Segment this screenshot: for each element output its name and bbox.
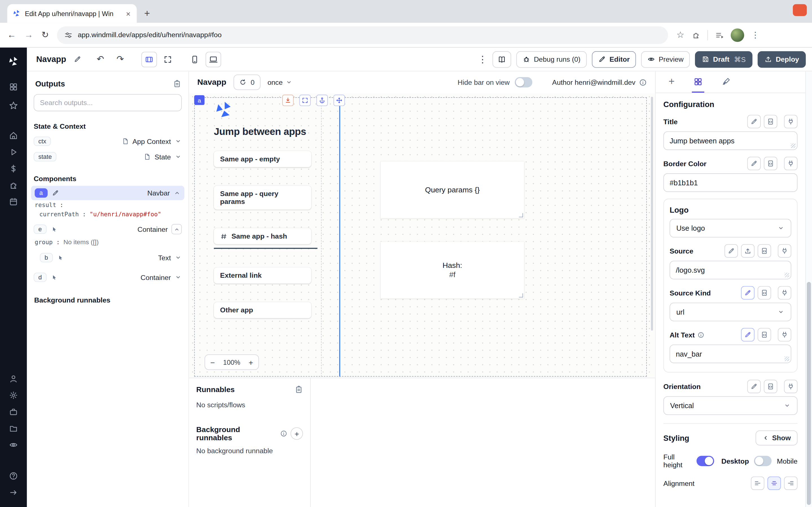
- profile-avatar[interactable]: [730, 28, 744, 42]
- canvas-scrollbar[interactable]: [651, 97, 653, 330]
- reload-icon[interactable]: ↻: [42, 30, 49, 41]
- help-icon[interactable]: [9, 471, 18, 481]
- full-height-toggle[interactable]: [696, 456, 714, 466]
- folders-icon[interactable]: [9, 424, 18, 433]
- chevron-up-icon[interactable]: [173, 189, 181, 196]
- windmill-logo[interactable]: [8, 56, 19, 67]
- use-logo-select[interactable]: Use logo: [670, 219, 792, 237]
- border-color-input[interactable]: [663, 173, 798, 192]
- connect-output-button[interactable]: [784, 115, 798, 128]
- info-icon[interactable]: [697, 331, 704, 338]
- edit-id-icon[interactable]: [52, 189, 59, 196]
- runs-icon[interactable]: [9, 147, 18, 157]
- connect-output-button[interactable]: [778, 286, 792, 300]
- audit-logs-icon[interactable]: [9, 440, 18, 450]
- hand-pointer-icon[interactable]: [50, 274, 57, 281]
- expand-component-button[interactable]: [299, 95, 311, 106]
- runnables-panel-icon[interactable]: [295, 385, 303, 393]
- editor-tab-button[interactable]: Editor: [592, 51, 636, 68]
- query-params-card[interactable]: Query params {}: [380, 161, 524, 218]
- rename-app-icon[interactable]: [73, 55, 81, 63]
- component-row-navbar[interactable]: a Navbar: [31, 186, 185, 200]
- desktop-view-toggle[interactable]: [206, 52, 221, 67]
- zoom-out-button[interactable]: −: [205, 358, 220, 367]
- settings-icon[interactable]: [9, 391, 18, 400]
- connect-output-button[interactable]: [784, 380, 798, 393]
- hand-pointer-icon[interactable]: [50, 226, 57, 233]
- component-row-container-e[interactable]: e Container: [27, 221, 189, 237]
- ctx-row[interactable]: ctx App Context: [27, 133, 189, 149]
- chevron-down-icon[interactable]: [174, 274, 182, 281]
- search-outputs-input[interactable]: [34, 94, 182, 111]
- address-input[interactable]: app.windmill.dev/apps/edit/u/henri/navap…: [57, 26, 668, 44]
- result-line[interactable]: result :: [27, 200, 189, 210]
- collapse-rail-icon[interactable]: [9, 488, 18, 497]
- collapse-button[interactable]: [171, 224, 182, 234]
- connect-output-button[interactable]: [784, 157, 798, 170]
- nav-link-external[interactable]: External link: [214, 268, 311, 284]
- outputs-panel-icon[interactable]: [173, 79, 181, 88]
- current-path-line[interactable]: currentPath : "u/henri/navapp#foo": [27, 210, 189, 219]
- undo-icon[interactable]: ↶: [93, 54, 108, 65]
- new-tab-button[interactable]: +: [140, 6, 154, 20]
- component-row-container-d[interactable]: d Container: [27, 270, 189, 285]
- eval-button[interactable]: [758, 244, 771, 258]
- nav-link-query-params[interactable]: Same app - query params: [214, 186, 311, 209]
- anchor-component-button[interactable]: [316, 95, 327, 106]
- favorites-icon[interactable]: [9, 101, 18, 110]
- docs-button[interactable]: [493, 51, 511, 68]
- chevron-down-icon[interactable]: [174, 153, 182, 161]
- state-row[interactable]: state State: [27, 149, 189, 165]
- refresh-mode-select[interactable]: once: [267, 78, 293, 86]
- window-scrollbar[interactable]: [805, 71, 812, 507]
- fullscreen-toggle[interactable]: [160, 52, 175, 67]
- eval-button[interactable]: [758, 286, 771, 300]
- edit-static-button[interactable]: [725, 244, 738, 258]
- align-left-button[interactable]: [751, 476, 764, 490]
- add-background-runnable-button[interactable]: +: [291, 427, 303, 440]
- user-icon[interactable]: [9, 374, 18, 383]
- more-options-icon[interactable]: ⋮: [478, 54, 487, 65]
- nav-link-hash[interactable]: Same app - hash: [214, 228, 311, 244]
- edit-static-button[interactable]: [747, 115, 761, 128]
- tab-close-icon[interactable]: ×: [125, 9, 132, 18]
- zoom-in-button[interactable]: +: [243, 358, 258, 367]
- component-outline-toggle[interactable]: [142, 52, 157, 67]
- site-settings-icon[interactable]: [64, 31, 72, 39]
- selected-component-badge[interactable]: a: [194, 95, 205, 105]
- upload-button[interactable]: [741, 244, 755, 258]
- home-icon[interactable]: [9, 131, 18, 140]
- scrollbar-thumb[interactable]: [807, 282, 811, 505]
- nav-link-other-app[interactable]: Other app: [214, 302, 311, 318]
- debug-runs-button[interactable]: Debug runs (0): [516, 51, 587, 68]
- source-kind-select[interactable]: url: [670, 302, 792, 321]
- chevron-down-icon[interactable]: [174, 138, 182, 145]
- media-queue-icon[interactable]: [715, 31, 723, 39]
- align-center-button[interactable]: [767, 476, 781, 490]
- show-styling-button[interactable]: Show: [756, 431, 798, 445]
- hide-bar-toggle[interactable]: [515, 77, 532, 88]
- eval-button[interactable]: [758, 328, 771, 341]
- eval-button[interactable]: [764, 115, 777, 128]
- browser-tab[interactable]: Edit App u/henri/navapp | Win ×: [7, 4, 137, 23]
- refresh-icon[interactable]: [239, 78, 247, 86]
- variables-icon[interactable]: [9, 164, 18, 173]
- apps-icon[interactable]: [9, 82, 18, 92]
- deploy-button[interactable]: Deploy: [758, 51, 806, 68]
- align-right-button[interactable]: [784, 476, 798, 490]
- redo-icon[interactable]: ↷: [112, 54, 128, 65]
- info-icon[interactable]: [639, 78, 647, 86]
- expand-down-button[interactable]: [282, 95, 294, 106]
- tab-styling[interactable]: [719, 71, 732, 93]
- extensions-icon[interactable]: [692, 31, 700, 39]
- edit-static-button[interactable]: [741, 286, 755, 300]
- app-canvas[interactable]: a Jump between apps Same app - empty Sam…: [189, 93, 655, 378]
- draft-button[interactable]: Draft ⌘S: [695, 51, 753, 68]
- desktop-mobile-toggle[interactable]: [754, 456, 772, 466]
- eval-button[interactable]: [764, 157, 777, 170]
- edit-static-button[interactable]: [747, 380, 761, 393]
- component-row-text-b[interactable]: b Text: [27, 250, 189, 265]
- edit-static-button[interactable]: [741, 328, 755, 341]
- move-component-button[interactable]: [334, 95, 345, 106]
- info-icon[interactable]: [280, 430, 287, 437]
